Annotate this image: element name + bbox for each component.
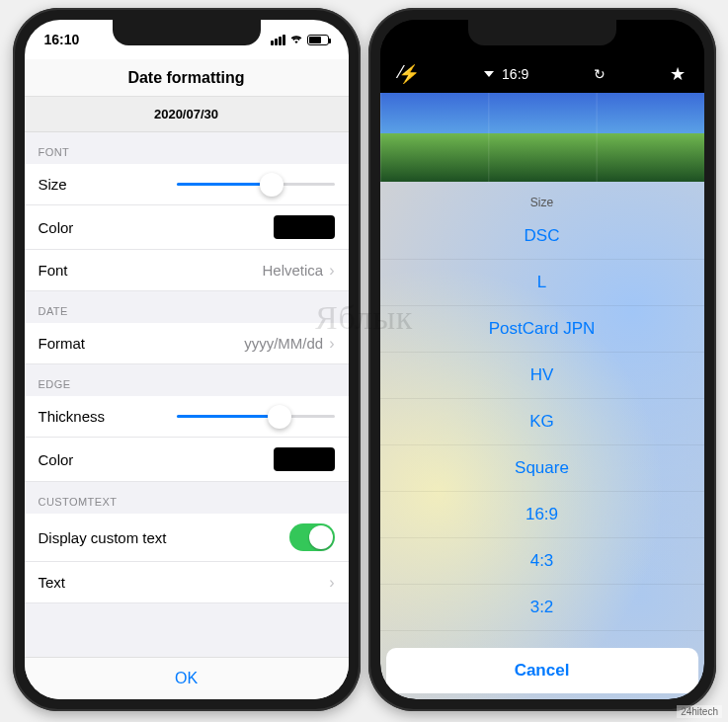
section-header-font: FONT [25, 132, 349, 164]
navbar: Date formatting [25, 59, 349, 97]
font-size-slider[interactable] [177, 183, 335, 186]
phone-frame-left: 16:10 Date formatting 2020/07/30 FONT Si… [13, 8, 361, 711]
row-edge-thickness: Thickness [25, 396, 349, 438]
cancel-button[interactable]: Cancel [386, 648, 698, 693]
edge-color-swatch[interactable] [274, 447, 335, 471]
status-time: 16:10 [44, 32, 80, 47]
settings-scroll[interactable]: FONT Size Color Font Helvetica [25, 132, 349, 657]
size-option-3-2[interactable]: 3:2 [380, 585, 704, 631]
status-indicators [271, 35, 329, 45]
font-color-label: Color [39, 219, 74, 236]
row-font-family[interactable]: Font Helvetica › [25, 250, 349, 291]
section-header-customtext: CUSTOMTEXT [25, 482, 349, 514]
notch [113, 20, 261, 45]
size-option-square[interactable]: Square [380, 445, 704, 492]
edge-thickness-label: Thickness [39, 408, 106, 425]
edge-thickness-slider[interactable] [177, 415, 335, 418]
flash-off-icon[interactable]: ⚡∕ [398, 63, 420, 85]
display-custom-text-label: Display custom text [39, 529, 167, 546]
size-option-hv[interactable]: HV [380, 353, 704, 399]
row-font-color[interactable]: Color [25, 205, 349, 250]
size-option-postcard-jpn[interactable]: PostCard JPN [380, 306, 704, 353]
size-option-4-3[interactable]: 4:3 [380, 538, 704, 585]
date-preview-value: 2020/07/30 [154, 107, 218, 121]
ok-button[interactable]: OK [25, 657, 349, 699]
source-credit: 24hitech [677, 705, 722, 718]
size-option-l[interactable]: L [380, 260, 704, 306]
font-family-label: Font [39, 262, 68, 279]
cancel-button-label: Cancel [515, 661, 570, 680]
date-preview: 2020/07/30 [25, 97, 349, 132]
size-action-sheet: Size DSC L PostCard JPN HV KG Square 16:… [380, 182, 704, 699]
chevron-right-icon: › [329, 335, 334, 353]
chevron-right-icon: › [329, 574, 334, 592]
row-custom-text[interactable]: Text › [25, 562, 349, 603]
font-family-value: Helvetica [262, 262, 323, 279]
row-display-custom-text: Display custom text [25, 514, 349, 562]
phone-frame-right: ⚡∕ 16:9 ↻ ★ Size DSC L PostCard JPN HV K… [368, 8, 716, 711]
battery-icon [307, 35, 329, 45]
screen-camera-size-picker: ⚡∕ 16:9 ↻ ★ Size DSC L PostCard JPN HV K… [380, 20, 704, 699]
status-indicators [681, 32, 685, 47]
display-custom-text-toggle[interactable] [289, 523, 335, 551]
custom-text-label: Text [39, 574, 66, 591]
size-option-dsc[interactable]: DSC [380, 213, 704, 260]
camera-toolbar: ⚡∕ 16:9 ↻ ★ [380, 59, 704, 93]
size-option-16-9[interactable]: 16:9 [380, 492, 704, 538]
wifi-icon [289, 35, 303, 44]
row-date-format[interactable]: Format yyyy/MM/dd › [25, 323, 349, 364]
date-format-label: Format [39, 335, 86, 352]
dropdown-triangle-icon[interactable] [484, 71, 494, 77]
star-icon[interactable]: ★ [670, 63, 686, 85]
font-size-label: Size [39, 176, 67, 193]
page-title: Date formatting [127, 69, 244, 87]
row-font-size: Size [25, 164, 349, 205]
edge-color-label: Color [39, 451, 74, 468]
font-color-swatch[interactable] [274, 215, 335, 239]
sheet-title: Size [380, 182, 704, 213]
sheet-options-list: DSC L PostCard JPN HV KG Square 16:9 4:3… [380, 213, 704, 642]
date-format-value: yyyy/MM/dd [244, 335, 323, 352]
cellular-signal-icon [271, 35, 285, 45]
aspect-ratio-label[interactable]: 16:9 [502, 66, 528, 82]
size-option-kg[interactable]: KG [380, 399, 704, 445]
section-header-edge: EDGE [25, 364, 349, 396]
camera-preview [380, 93, 704, 182]
section-header-date: DATE [25, 291, 349, 323]
ok-button-label: OK [175, 670, 198, 686]
screen-date-formatting: 16:10 Date formatting 2020/07/30 FONT Si… [25, 20, 349, 699]
row-edge-color[interactable]: Color [25, 438, 349, 482]
chevron-right-icon: › [329, 262, 334, 280]
status-time [400, 32, 404, 47]
loop-icon[interactable]: ↻ [594, 66, 606, 82]
notch [468, 20, 616, 45]
